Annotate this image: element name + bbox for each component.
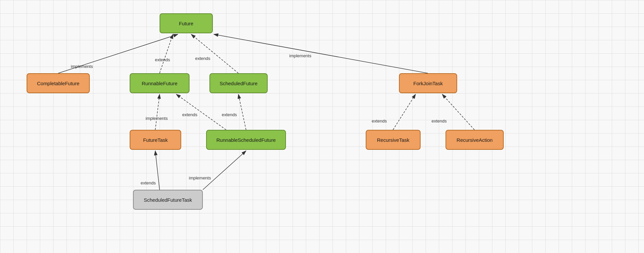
node-runnable-future: RunnableFuture	[130, 73, 190, 93]
node-recursive-action: RecursiveAction	[446, 130, 504, 150]
svg-line-12	[203, 151, 246, 190]
edges-svg	[0, 0, 644, 253]
label-implements-1: implements	[71, 64, 93, 69]
node-fork-join-task: ForkJoinTask	[399, 73, 457, 93]
svg-line-10	[442, 94, 474, 130]
svg-line-6	[155, 94, 160, 130]
label-extends-1: extends	[155, 57, 170, 62]
label-extends-5: extends	[372, 119, 387, 124]
node-recursive-task: RecursiveTask	[366, 130, 421, 150]
svg-line-8	[238, 94, 246, 130]
node-scheduled-future-task: ScheduledFutureTask	[133, 190, 203, 210]
node-completable-future: CompletableFuture	[27, 73, 90, 93]
svg-line-3	[160, 34, 173, 73]
node-future-task: FutureTask	[130, 130, 181, 150]
label-implements-4: implements	[189, 175, 211, 180]
label-extends-7: extends	[141, 180, 156, 185]
node-future: Future	[160, 13, 213, 33]
svg-line-4	[191, 34, 238, 73]
label-extends-6: extends	[432, 119, 447, 124]
label-extends-2: extends	[195, 56, 210, 61]
diagram-container: implements extends extends implements im…	[0, 0, 644, 253]
node-scheduled-future: ScheduledFuture	[209, 73, 268, 93]
svg-line-5	[214, 34, 428, 73]
label-implements-2: implements	[289, 53, 311, 58]
node-runnable-scheduled-future: RunnableScheduledFuture	[206, 130, 286, 150]
svg-line-9	[393, 94, 416, 130]
label-implements-3: implements	[146, 116, 168, 121]
label-extends-4: extends	[222, 112, 237, 117]
label-extends-3: extends	[182, 112, 197, 117]
